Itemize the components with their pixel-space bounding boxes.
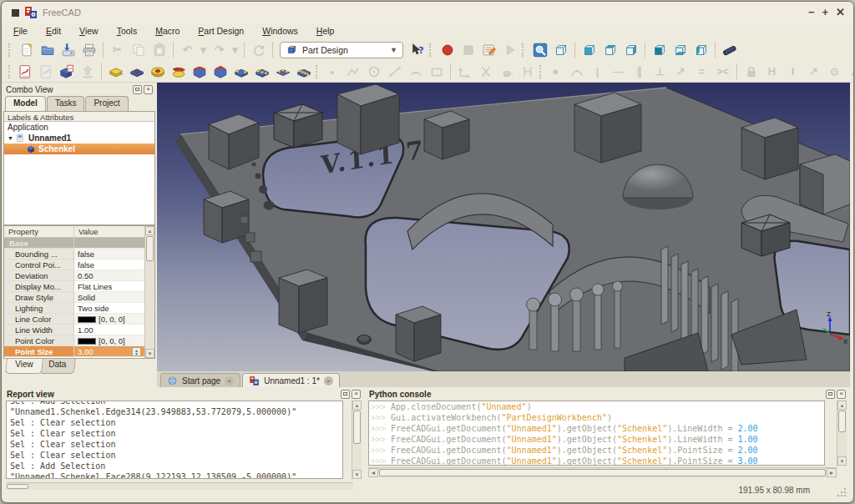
constraint-distance-button[interactable]: ↗: [803, 62, 824, 82]
report-scrollbar[interactable]: ▲▼: [352, 401, 362, 479]
menu-view[interactable]: View: [79, 26, 99, 36]
doctab-unnamed1-1-[interactable]: Unnamed1 : 1*×: [242, 373, 340, 387]
pocket-button[interactable]: [126, 62, 147, 82]
redo-dropdown-button[interactable]: ▾: [230, 40, 240, 60]
scroll-down-arrow[interactable]: ▼: [145, 349, 154, 358]
view-bottom-button[interactable]: [670, 40, 691, 60]
tab-close-button[interactable]: ×: [225, 376, 234, 386]
tree-expander-icon[interactable]: ▼: [8, 135, 16, 141]
tab-project[interactable]: Project: [85, 96, 128, 111]
sketcher-construction-button[interactable]: [496, 62, 517, 82]
sketch-map-button[interactable]: [56, 62, 77, 82]
constraint-vertical-button[interactable]: |: [587, 62, 608, 82]
menu-help[interactable]: Help: [316, 26, 335, 36]
property-row-draw-style[interactable]: Draw StyleSolid: [4, 292, 144, 303]
close-button[interactable]: ✕: [836, 7, 845, 18]
titlebar[interactable]: FreeCAD − + ✕: [2, 2, 853, 23]
python-close-button[interactable]: ×: [837, 390, 846, 399]
sketcher-polyline-button[interactable]: [342, 62, 363, 82]
menu-windows[interactable]: Windows: [262, 26, 298, 36]
minimize-button[interactable]: −: [808, 7, 815, 18]
python-console-log[interactable]: >>>App.closeDocument("Unnamed")>>>Gui.ac…: [368, 401, 825, 466]
undo-button[interactable]: ↶: [177, 40, 198, 60]
tree-item-schenkel[interactable]: Schenkel: [4, 144, 154, 154]
doctab-start-page[interactable]: Start page×: [160, 373, 240, 387]
constraint-point-on-object-button[interactable]: ↗: [670, 62, 691, 82]
sketcher-rectangle-button[interactable]: [426, 62, 447, 82]
save-document-button[interactable]: [58, 40, 78, 60]
property-row-lighting[interactable]: LightingTwo side: [4, 303, 144, 314]
combo-view-float-button[interactable]: [133, 85, 142, 94]
chamfer-button[interactable]: [210, 62, 230, 82]
python-scrollbar[interactable]: ▲▼: [837, 401, 847, 466]
tree-document-unnamed1[interactable]: ▼Unnamed1: [4, 133, 154, 144]
toolbar-drag-handle[interactable]: [8, 43, 12, 57]
menu-edit[interactable]: Edit: [46, 26, 61, 36]
polar-pattern-button[interactable]: [272, 62, 293, 82]
whats-this-button[interactable]: ?: [407, 40, 428, 60]
3d-viewport[interactable]: V.1.1 7: [157, 83, 850, 371]
property-value[interactable]: 3.00▲▼: [74, 346, 144, 357]
tab-model[interactable]: Model: [5, 96, 46, 111]
pad-button[interactable]: [105, 62, 126, 82]
property-row-line-color[interactable]: Line Color[0, 0, 0]: [4, 314, 144, 325]
sketch-leave-button[interactable]: [77, 62, 98, 82]
measure-distance-button[interactable]: [719, 40, 740, 60]
property-row-point-color[interactable]: Point Color[0, 0, 0]: [4, 335, 144, 346]
view-fit-all-button[interactable]: [529, 40, 550, 60]
cut-button[interactable]: ✂: [107, 40, 128, 60]
revolution-button[interactable]: [147, 62, 168, 82]
menu-tools[interactable]: Tools: [117, 26, 138, 36]
refresh-button[interactable]: [248, 40, 269, 60]
report-close-button[interactable]: ×: [352, 390, 361, 399]
tab-view[interactable]: View: [5, 359, 43, 374]
toolbar-drag-handle[interactable]: [8, 65, 10, 78]
open-document-button[interactable]: [37, 40, 58, 60]
copy-button[interactable]: [128, 40, 149, 60]
property-row-control-poi-[interactable]: Control Poi...false: [4, 260, 144, 270]
sketcher-coordinates-button[interactable]: [454, 62, 475, 82]
python-hscrollbar[interactable]: ◄►: [368, 467, 837, 477]
macro-stop-button[interactable]: [458, 40, 478, 60]
property-row-line-width[interactable]: Line Width1.00: [4, 325, 144, 335]
view-rear-button[interactable]: [649, 40, 670, 60]
property-row-point-size[interactable]: Point Size3.00▲▼: [4, 346, 144, 357]
view-front-button[interactable]: [579, 40, 600, 60]
constraint-radius-button[interactable]: ⊙: [824, 62, 845, 82]
sketcher-trim-button[interactable]: [475, 62, 496, 82]
property-scrollbar[interactable]: ▲ ▼: [144, 226, 154, 358]
tab-close-button[interactable]: ×: [324, 376, 333, 386]
workbench-selector[interactable]: Part Design▼: [280, 42, 403, 58]
print-button[interactable]: [78, 40, 99, 60]
menu-part-design[interactable]: Part Design: [198, 26, 244, 36]
constraint-coincident-button[interactable]: ●: [545, 62, 566, 82]
window-menu-icon[interactable]: [12, 9, 19, 17]
fillet-button[interactable]: [189, 62, 210, 82]
python-float-button[interactable]: [826, 390, 835, 399]
combo-view-close-button[interactable]: ×: [144, 85, 153, 94]
view-axonometric-button[interactable]: [550, 40, 571, 60]
new-document-button[interactable]: [16, 40, 37, 60]
value-spinner[interactable]: ▲▼: [132, 347, 141, 356]
property-row-bounding-[interactable]: Bounding ...false: [4, 249, 144, 260]
tab-tasks[interactable]: Tasks: [47, 96, 85, 111]
tree-root-application[interactable]: Application: [4, 122, 154, 133]
constraint-vertical-distance-button[interactable]: I: [782, 62, 803, 82]
property-row-deviation[interactable]: Deviation0.50: [4, 270, 144, 281]
scroll-up-arrow[interactable]: ▲: [145, 226, 154, 235]
view-left-button[interactable]: [691, 40, 711, 60]
groove-button[interactable]: [168, 62, 189, 82]
undo-dropdown-button[interactable]: ▾: [198, 40, 209, 60]
toolbar-drag-handle[interactable]: [522, 43, 525, 57]
sketcher-line-button[interactable]: [384, 62, 405, 82]
menu-file[interactable]: File: [13, 26, 28, 36]
report-float-button[interactable]: [341, 390, 350, 399]
sketch-new-button[interactable]: [14, 62, 35, 82]
paste-button[interactable]: [149, 40, 169, 60]
sketch-edit-button[interactable]: [35, 62, 56, 82]
toolbar-drag-handle[interactable]: [429, 43, 433, 57]
resize-grip[interactable]: [837, 487, 847, 497]
constraint-horizontal-button[interactable]: —: [608, 62, 629, 82]
mirrored-button[interactable]: [230, 62, 251, 82]
linear-pattern-button[interactable]: [251, 62, 272, 82]
